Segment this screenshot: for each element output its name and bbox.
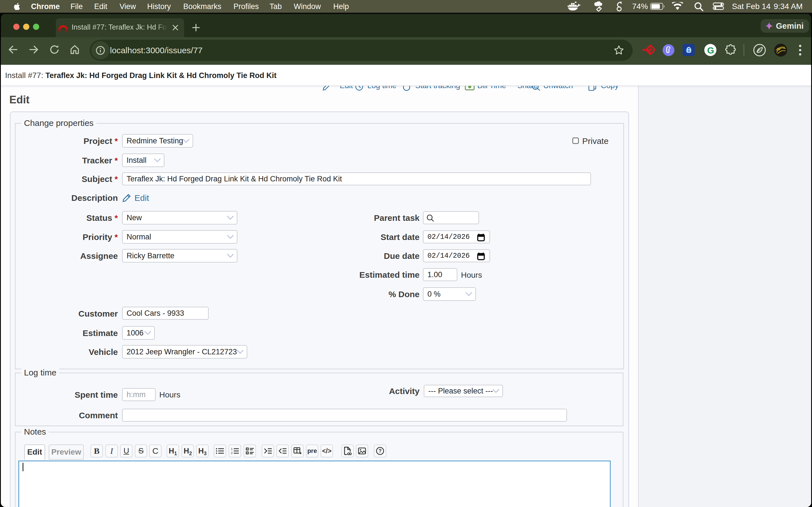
svg-text:2: 2 <box>231 451 233 454</box>
svg-text:?: ? <box>378 448 382 454</box>
svg-text:1: 1 <box>231 448 233 451</box>
svg-text:BF: BF <box>777 48 781 51</box>
